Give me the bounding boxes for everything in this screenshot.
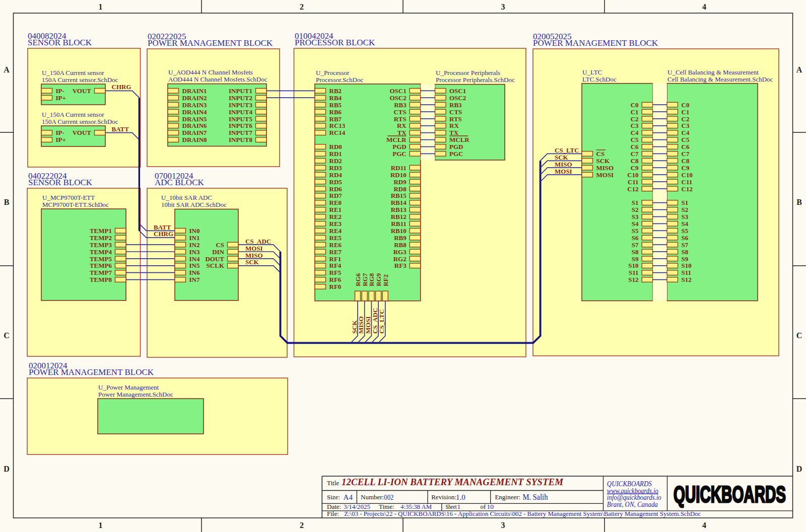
svg-text:S12: S12 (682, 276, 692, 283)
svg-text:RF1: RF1 (329, 255, 342, 263)
svg-text:U_AOD444 N Channel Mosfets: U_AOD444 N Channel Mosfets (168, 68, 253, 76)
svg-text:C9: C9 (682, 164, 690, 172)
svg-text:IN4: IN4 (189, 255, 200, 263)
svg-text:PGD: PGD (392, 143, 406, 150)
svg-text:RF0: RF0 (329, 283, 342, 290)
svg-text:RD8: RD8 (393, 185, 407, 193)
svg-text:Cell Balancing & Measurement.S: Cell Balancing & Measurement.SchDoc (667, 75, 773, 83)
svg-text:S11: S11 (682, 269, 692, 276)
svg-text:C1: C1 (682, 108, 690, 116)
svg-text:RD9: RD9 (393, 178, 407, 186)
svg-text:C8: C8 (631, 157, 639, 165)
svg-text:File:: File: (327, 510, 339, 517)
svg-text:CS: CS (216, 241, 224, 249)
svg-text:S11: S11 (629, 269, 639, 276)
svg-text:IN7: IN7 (189, 276, 200, 283)
svg-text:BATT: BATT (112, 125, 129, 133)
svg-text:TEMP7: TEMP7 (90, 269, 112, 276)
svg-text:QUICKBOARDS: QUICKBOARDS (674, 481, 786, 507)
svg-text:RD1: RD1 (329, 150, 342, 158)
svg-text:RB11: RB11 (391, 220, 406, 227)
svg-text:RD0: RD0 (329, 143, 342, 150)
svg-text:RF3: RF3 (394, 262, 407, 269)
svg-text:MOSI: MOSI (555, 168, 572, 175)
svg-text:S9: S9 (632, 255, 639, 263)
svg-text:C11: C11 (682, 178, 693, 186)
svg-text:RE7: RE7 (329, 248, 342, 256)
svg-text:RE6: RE6 (329, 241, 342, 249)
svg-text:SCK: SCK (596, 157, 611, 165)
svg-text:Power Management.SchDoc: Power Management.SchDoc (98, 391, 173, 398)
svg-text:D: D (796, 465, 802, 473)
svg-text:OSC2: OSC2 (449, 94, 466, 102)
svg-text:S12: S12 (628, 276, 638, 283)
svg-text:PROCESSOR BLOCK: PROCESSOR BLOCK (295, 38, 375, 47)
svg-text:C3: C3 (631, 122, 639, 129)
svg-text:U_Cell Balancing & Measurement: U_Cell Balancing & Measurement (667, 68, 759, 76)
svg-text:RD4: RD4 (329, 171, 343, 179)
svg-text:S10: S10 (682, 262, 692, 269)
svg-text:Size:: Size: (327, 493, 340, 501)
svg-text:RD11: RD11 (391, 164, 407, 172)
svg-text:CTS: CTS (449, 108, 462, 116)
svg-text:RB15: RB15 (391, 192, 407, 199)
svg-text:C8: C8 (682, 157, 690, 165)
svg-text:POWER MANAGEMENT BLOCK: POWER MANAGEMENT BLOCK (533, 38, 658, 48)
svg-text:12CELL LI-ION BATTERY MANAGEME: 12CELL LI-ION BATTERY MANAGEMENT SYSTEM (342, 477, 564, 487)
svg-text:INPUT4: INPUT4 (229, 108, 252, 116)
svg-text:RF2: RF2 (382, 274, 389, 286)
svg-text:DRAIN6: DRAIN6 (182, 122, 208, 129)
svg-text:S8: S8 (632, 248, 639, 256)
svg-text:S6: S6 (682, 234, 689, 242)
svg-text:C2: C2 (682, 115, 690, 123)
svg-text:RB4: RB4 (329, 94, 342, 102)
svg-text:RE3: RE3 (329, 220, 342, 227)
svg-text:CHRG: CHRG (112, 83, 131, 91)
svg-text:DRAIN3: DRAIN3 (182, 101, 208, 109)
svg-text:C12: C12 (627, 185, 638, 193)
svg-text:TEMP1: TEMP1 (90, 227, 112, 235)
svg-text:TEMP8: TEMP8 (90, 276, 112, 283)
svg-text:SCLK: SCLK (207, 262, 225, 269)
svg-text:S5: S5 (682, 227, 689, 235)
svg-text:2: 2 (300, 521, 304, 529)
svg-text:RB10: RB10 (391, 227, 407, 235)
svg-text:Sheet: Sheet (445, 503, 456, 510)
svg-text:RTS: RTS (449, 115, 462, 123)
svg-text:RB5: RB5 (329, 101, 342, 109)
svg-text:RB13: RB13 (391, 206, 407, 213)
svg-text:INPUT7: INPUT7 (229, 129, 252, 136)
svg-text:DOUT: DOUT (205, 255, 224, 263)
svg-text:Brant, ON, Canada: Brant, ON, Canada (607, 501, 658, 508)
svg-text:IP+: IP+ (56, 94, 66, 102)
svg-text:150A Current sensor.SchDoc: 150A Current sensor.SchDoc (42, 118, 118, 125)
svg-text:S10: S10 (628, 262, 638, 269)
svg-text:Processor.SchDoc: Processor.SchDoc (316, 76, 363, 84)
svg-text:DRAIN7: DRAIN7 (182, 129, 208, 136)
svg-text:1: 1 (99, 3, 103, 11)
svg-text:MISO: MISO (555, 161, 572, 168)
svg-text:DRAIN1: DRAIN1 (182, 87, 207, 95)
svg-text:U_LTC: U_LTC (582, 68, 602, 76)
svg-text:C2: C2 (631, 115, 639, 123)
svg-text:S3: S3 (682, 213, 689, 220)
svg-text:U_MCP9700T-ETT: U_MCP9700T-ETT (42, 194, 95, 201)
svg-text:SENSOR BLOCK: SENSOR BLOCK (28, 38, 92, 47)
svg-text:U_Processor Peripherals: U_Processor Peripherals (436, 69, 500, 77)
svg-text:MISO: MISO (596, 164, 614, 172)
svg-text:IN2: IN2 (189, 241, 200, 249)
svg-text:RF6: RF6 (329, 276, 342, 283)
svg-text:A4: A4 (344, 493, 353, 501)
svg-text:CS_ADC: CS_ADC (245, 238, 271, 245)
svg-text:VOUT: VOUT (73, 129, 92, 136)
svg-text:TX: TX (449, 129, 459, 136)
svg-text:S9: S9 (682, 255, 689, 263)
svg-text:S4: S4 (632, 220, 639, 227)
svg-text:C6: C6 (631, 143, 639, 150)
svg-text:C11: C11 (628, 178, 639, 186)
svg-text:DRAIN2: DRAIN2 (182, 94, 207, 102)
svg-text:INPUT8: INPUT8 (229, 136, 252, 143)
svg-text:POWER MANAGEMENT BLOCK: POWER MANAGEMENT BLOCK (148, 38, 273, 48)
svg-text:OSC1: OSC1 (449, 87, 466, 95)
svg-text:IN3: IN3 (189, 248, 200, 256)
